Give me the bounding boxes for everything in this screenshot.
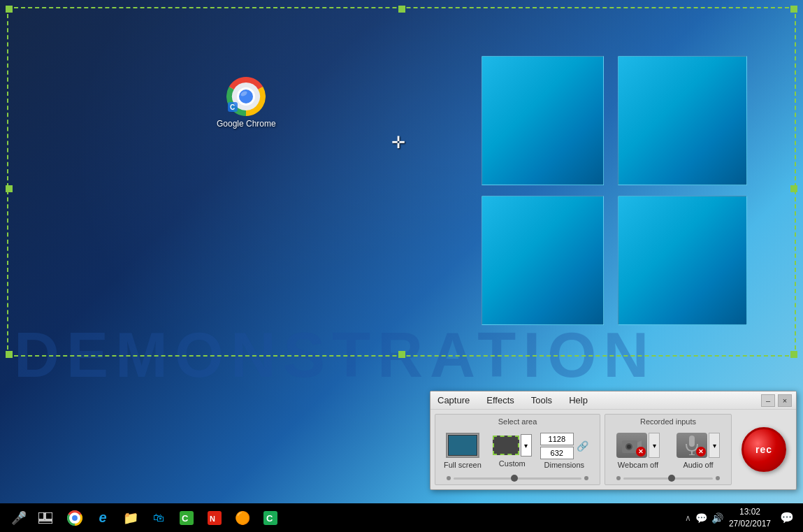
win-pane-tl (482, 56, 604, 185)
menu-help[interactable]: Help (566, 394, 591, 407)
handle-tl[interactable] (6, 6, 13, 13)
audio-btn-inner: ✕ ▾ (677, 433, 720, 458)
toolbar-body: Select area Full screen (431, 410, 796, 489)
height-input[interactable] (540, 447, 574, 459)
audio-x-badge: ✕ (696, 447, 706, 456)
webcam-dropdown[interactable]: ▾ (649, 433, 660, 458)
dimensions-label: Dimensions (544, 461, 584, 469)
sections-wrapper: Select area Full screen (435, 414, 732, 485)
full-screen-icon (446, 433, 479, 458)
svg-text:C: C (230, 103, 235, 111)
slider-thumb[interactable] (511, 475, 518, 482)
recorded-inputs-section: Recorded inputs (605, 414, 732, 485)
custom-dropdown[interactable]: ▾ (521, 434, 532, 456)
svg-text:N: N (210, 515, 215, 523)
ri-slider-track[interactable] (623, 477, 713, 480)
handle-tm[interactable] (398, 6, 405, 13)
menu-effects[interactable]: Effects (484, 394, 517, 407)
toolbar-titlebar: Capture Effects Tools Help – × (431, 391, 796, 410)
custom-label: Custom (499, 459, 526, 468)
clock-date: 27/02/2017 (729, 518, 771, 530)
custom-icon (493, 436, 519, 455)
close-button[interactable]: × (778, 394, 792, 407)
slider-dot-left (447, 476, 451, 480)
svg-rect-18 (38, 521, 52, 524)
ri-slider-dot-left (616, 476, 621, 480)
svg-text:C: C (182, 513, 189, 524)
recorded-inputs-title: Recorded inputs (611, 417, 725, 426)
tray-network-icon[interactable]: 💬 (695, 512, 707, 524)
dim-inputs (540, 433, 574, 459)
webcam-icon: ✕ (616, 433, 647, 458)
menu-capture[interactable]: Capture (435, 394, 472, 407)
handle-ml[interactable] (6, 185, 13, 192)
svg-rect-13 (689, 436, 695, 447)
taskbar: 🎤 e 📁 🛍 (0, 503, 803, 532)
taskbar-nero[interactable]: N (201, 505, 228, 531)
chrome-label: Google Chrome (217, 119, 276, 129)
svg-rect-7 (449, 436, 477, 455)
cortana-mic-button[interactable]: 🎤 (6, 505, 32, 531)
width-input[interactable] (540, 433, 574, 445)
svg-rect-17 (45, 512, 52, 519)
svg-point-21 (72, 515, 78, 521)
taskbar-explorer[interactable]: 📁 (117, 505, 144, 531)
slider-track[interactable] (454, 477, 581, 480)
menu-tools[interactable]: Tools (528, 394, 555, 407)
svg-rect-16 (38, 512, 44, 519)
full-screen-label: Full screen (444, 461, 482, 469)
chrome-icon[interactable]: C Google Chrome (217, 77, 276, 129)
select-area-slider (441, 475, 594, 482)
toolbar-window-btns: – × (761, 394, 792, 407)
demo-watermark: DEMONSTRATION (14, 319, 656, 391)
record-label: rec (755, 444, 772, 455)
win-pane-bl (482, 196, 604, 325)
webcam-x-badge: ✕ (636, 447, 646, 456)
notification-button[interactable]: 💬 (776, 508, 797, 529)
minimize-button[interactable]: – (761, 394, 775, 407)
taskbar-chrome[interactable] (62, 505, 88, 531)
dimensions-section: 🔗 Dimensions (540, 433, 588, 469)
handle-bm[interactable] (398, 351, 405, 358)
full-screen-button[interactable]: Full screen (441, 430, 484, 472)
taskbar-app-green[interactable]: C (173, 505, 200, 531)
taskbar-ie[interactable]: e (89, 505, 116, 531)
custom-btn-inner: ▾ (493, 434, 532, 456)
select-area-title: Select area (441, 417, 594, 426)
handle-bl[interactable] (6, 351, 13, 358)
webcam-btn-inner: ✕ ▾ (616, 433, 660, 458)
taskbar-apps: e 📁 🛍 C N 🟠 C (62, 505, 284, 531)
win-pane-br (618, 196, 747, 325)
handle-mr[interactable] (790, 185, 797, 192)
taskbar-clock[interactable]: 13:02 27/02/2017 (723, 506, 776, 530)
handle-tr[interactable] (790, 6, 797, 13)
taskbar-app-blue[interactable]: C (257, 505, 284, 531)
record-button[interactable]: rec (741, 427, 786, 472)
move-cursor: ✛ (391, 133, 405, 152)
windows-logo (482, 56, 747, 357)
tray-up-arrow[interactable]: ∧ (685, 513, 691, 523)
clock-time: 13:02 (729, 506, 771, 518)
recorded-inputs-content: ✕ ▾ Webcam off (611, 430, 725, 472)
svg-point-12 (627, 445, 631, 449)
ri-slider-dot-right (716, 476, 720, 480)
tray-icons: ∧ 💬 🔊 (685, 512, 723, 524)
ri-slider-thumb[interactable] (668, 475, 675, 482)
recorder-toolbar: Capture Effects Tools Help – × Select ar… (430, 391, 797, 490)
task-view-button[interactable] (32, 505, 59, 531)
audio-dropdown[interactable]: ▾ (709, 433, 720, 458)
taskbar-app-orange[interactable]: 🟠 (229, 505, 256, 531)
audio-label: Audio off (683, 461, 713, 469)
taskbar-store[interactable]: 🛍 (145, 505, 172, 531)
audio-button[interactable]: ✕ ▾ Audio off (671, 430, 725, 472)
handle-br[interactable] (790, 351, 797, 358)
slider-dot-right (584, 476, 588, 480)
select-area-section: Select area Full screen (435, 414, 600, 485)
custom-button[interactable]: ▾ Custom (490, 431, 535, 470)
webcam-button[interactable]: ✕ ▾ Webcam off (611, 430, 665, 472)
tray-volume-icon[interactable]: 🔊 (711, 512, 723, 524)
svg-text:C: C (266, 513, 273, 524)
lock-icon[interactable]: 🔗 (577, 440, 588, 452)
recorded-inputs-slider (611, 475, 725, 482)
win-pane-tr (618, 56, 747, 185)
